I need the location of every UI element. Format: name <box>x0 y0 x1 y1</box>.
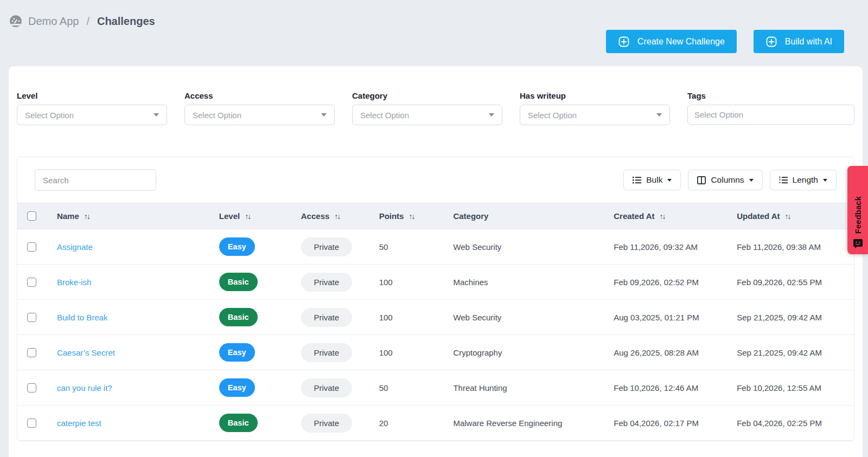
checkbox-cell <box>17 229 57 265</box>
plus-square-icon <box>618 36 630 48</box>
create-new-challenge-button[interactable]: Create New Challenge <box>606 30 737 53</box>
column-header-points[interactable]: Points↑↓ <box>379 203 454 229</box>
access-badge: Private <box>301 273 352 292</box>
main-panel: Level Select Option Access Select Option… <box>9 66 863 457</box>
level-badge: Basic <box>219 273 258 291</box>
columns-dropdown-button[interactable]: Columns <box>688 170 762 190</box>
row-checkbox[interactable] <box>27 419 36 428</box>
name-cell: Caesar’s Secret <box>57 335 219 370</box>
tags-input[interactable] <box>687 105 854 125</box>
access-badge: Private <box>301 414 352 433</box>
page-title: Challenges <box>97 15 155 28</box>
level-select-placeholder: Select Option <box>25 111 74 120</box>
points-cell: 50 <box>379 229 454 265</box>
checkbox-cell <box>17 300 57 335</box>
level-select[interactable]: Select Option <box>17 105 167 125</box>
category-cell: Web Security <box>453 300 614 335</box>
caret-down-icon <box>749 179 754 182</box>
challenge-name-link[interactable]: can you rule it? <box>57 383 112 392</box>
column-header-access[interactable]: Access↑↓ <box>301 203 379 229</box>
column-header-label: Created At <box>614 211 654 221</box>
bulk-label: Bulk <box>646 175 662 185</box>
bulk-dropdown-button[interactable]: Bulk <box>623 170 681 190</box>
created-at-cell: Aug 26,2025, 08:28 AM <box>614 335 737 370</box>
feedback-tab[interactable]: Feedback <box>847 166 868 254</box>
access-cell: Private <box>301 265 379 300</box>
points-cell: 100 <box>379 335 454 370</box>
breadcrumb-app[interactable]: Demo App <box>28 15 79 28</box>
column-header-category: Category <box>453 203 614 229</box>
access-badge: Private <box>301 308 352 327</box>
access-cell: Private <box>301 405 379 441</box>
breadcrumb: Demo App / Challenges <box>9 14 155 28</box>
filter-level: Level Select Option <box>17 91 167 125</box>
column-header-name[interactable]: Name↑↓ <box>57 203 219 229</box>
level-badge: Easy <box>219 378 255 397</box>
feedback-label: Feedback <box>853 196 863 234</box>
updated-at-cell: Feb 11,2026, 09:38 AM <box>737 229 854 265</box>
table-row: Build to BreakBasicPrivate100Web Securit… <box>17 300 854 335</box>
category-cell: Machines <box>453 265 614 300</box>
name-cell: Broke-ish <box>57 265 219 300</box>
challenge-name-link[interactable]: Assignate <box>57 242 93 252</box>
column-header-level[interactable]: Level↑↓ <box>219 203 301 229</box>
access-badge: Private <box>301 343 352 362</box>
challenge-name-link[interactable]: caterpie test <box>57 419 101 428</box>
category-cell: Web Security <box>453 229 614 265</box>
updated-at-cell: Sep 21,2025, 09:42 AM <box>737 335 854 370</box>
checkbox-cell <box>17 405 57 441</box>
build-with-ai-button[interactable]: Build with AI <box>754 30 844 53</box>
checkbox-cell <box>17 370 57 405</box>
column-header-updated-at[interactable]: Updated At↑↓ <box>737 203 854 229</box>
columns-icon <box>697 176 706 184</box>
row-checkbox[interactable] <box>27 242 36 252</box>
sort-arrows-icon: ↑↓ <box>245 212 250 221</box>
challenge-name-link[interactable]: Caesar’s Secret <box>57 348 115 357</box>
row-checkbox[interactable] <box>27 313 36 322</box>
sort-arrows-icon: ↑↓ <box>409 212 414 221</box>
row-checkbox[interactable] <box>27 348 36 357</box>
created-at-cell: Aug 03,2025, 01:21 PM <box>614 300 737 335</box>
updated-at-cell: Feb 09,2026, 02:55 PM <box>737 265 854 300</box>
smiley-chat-icon <box>853 239 863 249</box>
caret-down-icon <box>656 113 662 117</box>
filter-tags-label: Tags <box>687 91 854 100</box>
points-cell: 50 <box>379 370 454 405</box>
category-select-placeholder: Select Option <box>360 111 409 120</box>
category-cell: Cryptography <box>453 335 614 370</box>
caret-down-icon <box>321 113 327 117</box>
build-with-ai-label: Build with AI <box>785 37 832 47</box>
challenge-name-link[interactable]: Broke-ish <box>57 278 91 287</box>
points-cell: 100 <box>379 265 454 300</box>
access-select-placeholder: Select Option <box>193 111 241 120</box>
name-cell: Build to Break <box>57 300 219 335</box>
table-row: Broke-ishBasicPrivate100MachinesFeb 09,2… <box>17 265 854 300</box>
has-writeup-select[interactable]: Select Option <box>520 105 670 125</box>
list-icon <box>633 176 641 184</box>
level-badge: Easy <box>219 237 255 256</box>
caret-down-icon <box>489 113 494 117</box>
length-dropdown-button[interactable]: Length <box>770 170 837 190</box>
row-checkbox[interactable] <box>27 383 36 392</box>
checkbox-cell <box>17 265 57 300</box>
updated-at-cell: Feb 10,2026, 12:55 AM <box>737 370 854 405</box>
access-select[interactable]: Select Option <box>184 105 335 125</box>
updated-at-cell: Sep 21,2025, 09:42 AM <box>737 300 854 335</box>
select-all-checkbox[interactable] <box>27 211 36 221</box>
challenge-name-link[interactable]: Build to Break <box>57 313 107 322</box>
column-header-label: Updated At <box>737 211 780 221</box>
search-input[interactable] <box>35 169 156 191</box>
sort-arrows-icon: ↑↓ <box>334 212 340 221</box>
column-header-label: Category <box>453 211 488 221</box>
name-cell: caterpie test <box>57 405 219 441</box>
column-header-created-at[interactable]: Created At↑↓ <box>614 203 737 229</box>
created-at-cell: Feb 11,2026, 09:32 AM <box>614 229 737 265</box>
level-badge: Basic <box>219 414 258 432</box>
level-cell: Basic <box>219 300 301 335</box>
breadcrumb-separator: / <box>86 15 90 28</box>
row-checkbox[interactable] <box>27 278 36 287</box>
category-select[interactable]: Select Option <box>352 105 502 125</box>
table-header-row: Name↑↓Level↑↓Access↑↓Points↑↓CategoryCre… <box>17 203 854 229</box>
column-header-label: Level <box>219 211 240 221</box>
created-at-cell: Feb 10,2026, 12:46 AM <box>614 370 737 405</box>
